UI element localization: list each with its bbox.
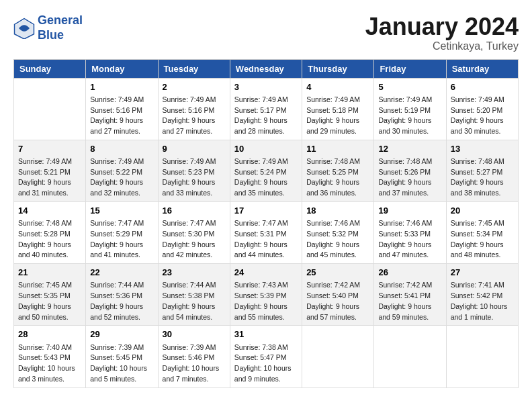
daylight-text: Daylight: 9 hours and 42 minutes. <box>163 240 226 261</box>
cell-info: Sunrise: 7:45 AMSunset: 5:35 PMDaylight:… <box>18 280 81 322</box>
daylight-text: Daylight: 9 hours and 27 minutes. <box>163 116 226 137</box>
sunset-text: Sunset: 5:26 PM <box>378 167 441 178</box>
logo-text: General Blue <box>38 13 83 42</box>
cell-info: Sunrise: 7:46 AMSunset: 5:33 PMDaylight:… <box>378 218 441 261</box>
col-saturday: Saturday <box>446 59 518 78</box>
sunset-text: Sunset: 5:36 PM <box>90 291 153 302</box>
week-row-4: 21Sunrise: 7:45 AMSunset: 5:35 PMDayligh… <box>14 264 519 326</box>
sunset-text: Sunset: 5:38 PM <box>163 291 226 302</box>
day-number: 14 <box>18 205 81 217</box>
day-number: 18 <box>306 205 369 217</box>
sunrise-text: Sunrise: 7:45 AM <box>451 218 514 229</box>
sunrise-text: Sunrise: 7:48 AM <box>378 156 441 167</box>
day-number: 7 <box>18 143 81 155</box>
header-row: Sunday Monday Tuesday Wednesday Thursday… <box>14 59 519 78</box>
sunset-text: Sunset: 5:39 PM <box>234 291 298 302</box>
calendar-cell: 20Sunrise: 7:45 AMSunset: 5:34 PMDayligh… <box>446 201 518 263</box>
title-area: January 2024 Cetinkaya, Turkey <box>365 13 519 52</box>
daylight-text: Daylight: 9 hours and 45 minutes. <box>306 240 369 261</box>
sunrise-text: Sunrise: 7:45 AM <box>18 280 81 291</box>
day-number: 3 <box>234 81 298 93</box>
sunset-text: Sunset: 5:19 PM <box>378 105 441 116</box>
cell-info: Sunrise: 7:49 AMSunset: 5:16 PMDaylight:… <box>90 95 153 137</box>
sunset-text: Sunset: 5:16 PM <box>90 105 153 116</box>
sunset-text: Sunset: 5:16 PM <box>163 105 226 116</box>
sunset-text: Sunset: 5:41 PM <box>378 291 441 302</box>
sunrise-text: Sunrise: 7:47 AM <box>234 218 298 229</box>
sunrise-text: Sunrise: 7:46 AM <box>306 218 369 229</box>
day-number: 2 <box>163 81 226 93</box>
sunrise-text: Sunrise: 7:47 AM <box>163 218 226 229</box>
calendar-cell: 16Sunrise: 7:47 AMSunset: 5:30 PMDayligh… <box>158 201 230 263</box>
sunset-text: Sunset: 5:34 PM <box>451 229 514 240</box>
day-number: 8 <box>90 143 153 155</box>
sunset-text: Sunset: 5:43 PM <box>18 353 81 363</box>
calendar-cell: 11Sunrise: 7:48 AMSunset: 5:25 PMDayligh… <box>302 140 374 201</box>
calendar-cell: 2Sunrise: 7:49 AMSunset: 5:16 PMDaylight… <box>158 78 230 140</box>
cell-info: Sunrise: 7:39 AMSunset: 5:46 PMDaylight:… <box>163 342 226 385</box>
cell-info: Sunrise: 7:44 AMSunset: 5:38 PMDaylight:… <box>163 280 226 322</box>
day-number: 22 <box>90 267 153 279</box>
calendar-cell: 24Sunrise: 7:43 AMSunset: 5:39 PMDayligh… <box>230 264 302 326</box>
calendar-cell: 28Sunrise: 7:40 AMSunset: 5:43 PMDayligh… <box>14 326 86 387</box>
cell-info: Sunrise: 7:42 AMSunset: 5:40 PMDaylight:… <box>306 280 369 322</box>
calendar-cell: 1Sunrise: 7:49 AMSunset: 5:16 PMDaylight… <box>86 78 158 140</box>
daylight-text: Daylight: 9 hours and 33 minutes. <box>163 177 226 199</box>
calendar-cell: 13Sunrise: 7:48 AMSunset: 5:27 PMDayligh… <box>446 140 518 201</box>
month-title: January 2024 <box>365 13 519 40</box>
sunset-text: Sunset: 5:18 PM <box>306 105 369 116</box>
calendar-cell <box>446 326 518 387</box>
sunrise-text: Sunrise: 7:44 AM <box>163 280 226 291</box>
calendar-table: Sunday Monday Tuesday Wednesday Thursday… <box>13 59 519 388</box>
day-number: 15 <box>90 205 153 217</box>
calendar-cell: 8Sunrise: 7:49 AMSunset: 5:22 PMDaylight… <box>86 140 158 201</box>
sunset-text: Sunset: 5:29 PM <box>90 229 153 240</box>
sunset-text: Sunset: 5:17 PM <box>234 105 298 116</box>
sunset-text: Sunset: 5:46 PM <box>163 353 226 363</box>
col-monday: Monday <box>86 59 158 78</box>
day-number: 11 <box>306 143 369 155</box>
calendar-cell: 30Sunrise: 7:39 AMSunset: 5:46 PMDayligh… <box>158 326 230 387</box>
calendar-cell: 27Sunrise: 7:41 AMSunset: 5:42 PMDayligh… <box>446 264 518 326</box>
sunrise-text: Sunrise: 7:44 AM <box>90 280 153 291</box>
daylight-text: Daylight: 9 hours and 41 minutes. <box>90 240 153 261</box>
cell-info: Sunrise: 7:48 AMSunset: 5:25 PMDaylight:… <box>306 156 369 199</box>
cell-info: Sunrise: 7:49 AMSunset: 5:17 PMDaylight:… <box>234 95 298 137</box>
day-number: 9 <box>163 143 226 155</box>
day-number: 1 <box>90 81 153 93</box>
sunrise-text: Sunrise: 7:38 AM <box>234 342 298 353</box>
sunset-text: Sunset: 5:27 PM <box>451 167 514 178</box>
sunset-text: Sunset: 5:21 PM <box>18 167 81 178</box>
day-number: 31 <box>234 328 298 340</box>
daylight-text: Daylight: 9 hours and 30 minutes. <box>378 116 441 137</box>
sunrise-text: Sunrise: 7:43 AM <box>234 280 298 291</box>
sunrise-text: Sunrise: 7:42 AM <box>306 280 369 291</box>
cell-info: Sunrise: 7:44 AMSunset: 5:36 PMDaylight:… <box>90 280 153 322</box>
daylight-text: Daylight: 9 hours and 55 minutes. <box>234 302 298 323</box>
daylight-text: Daylight: 9 hours and 29 minutes. <box>306 116 369 137</box>
sunrise-text: Sunrise: 7:49 AM <box>90 95 153 105</box>
sunset-text: Sunset: 5:23 PM <box>163 167 226 178</box>
daylight-text: Daylight: 10 hours and 1 minute. <box>451 302 514 323</box>
sunrise-text: Sunrise: 7:42 AM <box>378 280 441 291</box>
cell-info: Sunrise: 7:38 AMSunset: 5:47 PMDaylight:… <box>234 342 298 385</box>
daylight-text: Daylight: 9 hours and 50 minutes. <box>18 302 81 323</box>
cell-info: Sunrise: 7:48 AMSunset: 5:27 PMDaylight:… <box>451 156 514 199</box>
sunrise-text: Sunrise: 7:49 AM <box>163 95 226 105</box>
sunrise-text: Sunrise: 7:49 AM <box>451 95 514 105</box>
day-number: 17 <box>234 205 298 217</box>
daylight-text: Daylight: 9 hours and 59 minutes. <box>378 302 441 323</box>
day-number: 13 <box>451 143 514 155</box>
day-number: 21 <box>18 267 81 279</box>
logo: General Blue <box>13 13 83 42</box>
sunset-text: Sunset: 5:28 PM <box>18 229 81 240</box>
calendar-cell: 15Sunrise: 7:47 AMSunset: 5:29 PMDayligh… <box>86 201 158 263</box>
day-number: 27 <box>451 267 514 279</box>
logo-icon <box>13 17 35 39</box>
day-number: 19 <box>378 205 441 217</box>
col-thursday: Thursday <box>302 59 374 78</box>
cell-info: Sunrise: 7:47 AMSunset: 5:31 PMDaylight:… <box>234 218 298 261</box>
cell-info: Sunrise: 7:43 AMSunset: 5:39 PMDaylight:… <box>234 280 298 322</box>
sunset-text: Sunset: 5:30 PM <box>163 229 226 240</box>
sunrise-text: Sunrise: 7:48 AM <box>451 156 514 167</box>
